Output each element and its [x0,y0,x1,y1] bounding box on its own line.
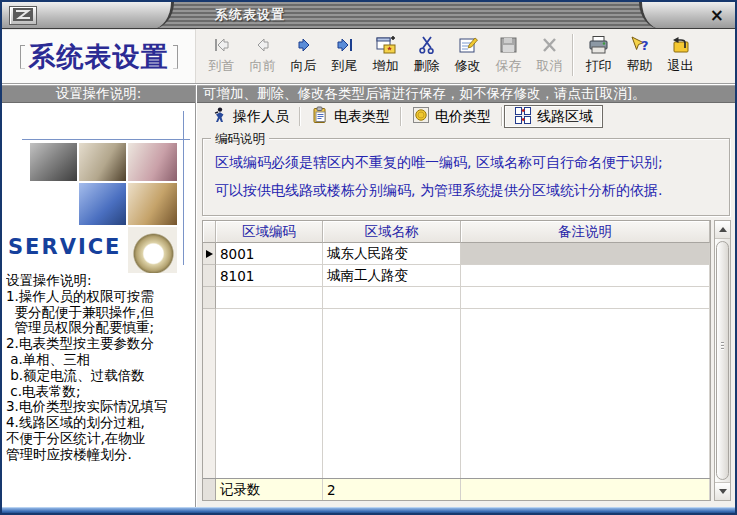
title-bracket-left [20,45,25,69]
toolbar-prev-button[interactable]: 向前 [242,32,283,80]
hint-bar: 可增加、删除、修改各类型后请进行保存，如不保存修改，请点击[取消]。 [197,85,735,103]
grid-header-note[interactable]: 备注说明 [461,221,710,243]
cell-note[interactable] [461,265,710,287]
toolbar-edit-button[interactable]: 修改 [447,32,488,80]
person-icon [210,106,228,127]
toolbar-first-button[interactable]: 到首 [201,32,242,80]
toolbar-add-button[interactable]: 增加 [365,32,406,80]
operation-instructions: 设置操作说明: 1.操作人员的权限可按需 要分配便于兼职操作,但 管理员权限分配… [6,273,194,507]
tab-meter-types[interactable]: 电表类型 [302,105,399,128]
table-row[interactable]: 8101 城南工人路变 [203,265,710,287]
grid-header-code[interactable]: 区域编码 [216,221,323,243]
thumb-grip-icon [721,342,724,351]
empty-row [203,287,710,309]
groupbox-line-1: 区域编码必须是辖区内不重复的唯一编码, 区域名称可自行命名便于识别; [215,154,729,172]
cell-note[interactable] [461,243,710,265]
tab-line-areas[interactable]: 线路区域 [504,105,603,128]
photo-keyboard [79,183,126,225]
title-bracket-right [173,45,178,69]
current-row-indicator [206,250,213,258]
cell-code[interactable]: 8001 [216,243,323,265]
toolbar-cancel-button[interactable]: 取消 [529,32,570,80]
row-indicator-cell [203,265,216,287]
scroll-down-button[interactable] [715,482,730,500]
photo-pen [79,143,126,181]
window-menu-button[interactable] [9,6,37,25]
grid-header-name[interactable]: 区域名称 [323,221,461,243]
tab-separator [299,107,301,126]
scrollbar-thumb[interactable] [716,241,729,480]
table-row[interactable]: 8001 城东人民路变 [203,243,710,265]
record-count-value: 2 [323,479,461,500]
toolbar-exit-button[interactable]: 退出 [660,32,701,80]
prev-icon [252,34,274,56]
tab-price-types[interactable]: 电价类型 [403,105,500,128]
svg-text:?: ? [641,38,649,53]
titlebar-right-cap: × [639,2,735,29]
toolbar-separator [572,34,574,76]
scroll-up-button[interactable] [715,221,730,239]
next-icon [293,34,315,56]
collage-guide-line-v [183,111,184,265]
main-area: 设置操作说明: SERVICE 设置操作说明: 1.操作人员的权限可按需 要分配… [2,85,735,507]
toolbar-next-button[interactable]: 向后 [283,32,324,80]
page-title: 系统表设置 [29,39,169,75]
grid-footer-row: 记录数 2 [203,478,710,500]
footer-indicator-cell [203,479,216,500]
tab-bar: 操作人员 电表类型 电价类型 线路区域 [197,103,735,130]
footer-note-cell [461,479,710,500]
toolbar-help-button[interactable]: ? 帮助 [619,32,660,80]
toolbar: 到首 向前 向后 到尾 增加 删除 修改 保存 取消 打印 ? 帮助 退出 [195,29,735,83]
edit-icon [457,34,479,56]
cell-name[interactable]: 城南工人路变 [323,265,461,287]
grid-body: 8001 城东人民路变 8101 城南工人路变 [203,243,710,500]
pages-icon [514,106,532,127]
sidebar-header: 设置操作说明: [2,85,195,103]
content-panel: 可增加、删除、修改各类型后请进行保存，如不保存修改，请点击[取消]。 操作人员 … [197,85,735,507]
grid-filler [203,309,710,478]
app-logo-icon [13,6,33,25]
photo-book [128,183,177,225]
first-icon [211,34,233,56]
exit-icon [670,34,692,56]
grid-area: 区域编码 区域名称 备注说明 8001 城东人民路变 8101 城南工人路变 [202,220,731,501]
cell-code[interactable]: 8101 [216,265,323,287]
tab-separator [501,107,503,126]
help-icon: ? [629,34,651,56]
arrow-up-icon [719,227,727,232]
title-bar[interactable]: 系统表设置 × [2,2,735,29]
row-indicator-cell [203,243,216,265]
photo-stationery [128,143,177,181]
close-button[interactable]: × [710,7,724,24]
app-window: 系统表设置 × 系统表设置 到首 向前 向后 到尾 增加 删除 修改 保存 [0,0,737,515]
sidebar-body: SERVICE 设置操作说明: 1.操作人员的权限可按需 要分配便于兼职操作,但… [2,103,195,507]
window-bottom-edge [2,507,735,513]
header-row: 系统表设置 到首 向前 向后 到尾 增加 删除 修改 保存 取消 打印 ? 帮助… [2,29,735,83]
delete-icon [416,34,438,56]
groupbox-line-2: 可以按供电线路或楼栋分别编码, 为管理系统提供分区域统计分析的依据. [215,182,729,200]
service-text: SERVICE [8,235,121,259]
print-icon [588,34,610,56]
clipboard-icon [311,106,329,127]
grid-indicator-header [203,221,216,243]
data-grid: 区域编码 区域名称 备注说明 8001 城东人民路变 8101 城南工人路变 [202,220,711,501]
toolbar-last-button[interactable]: 到尾 [324,32,365,80]
vertical-scrollbar[interactable] [714,220,731,501]
add-icon [375,34,397,56]
toolbar-delete-button[interactable]: 删除 [406,32,447,80]
groupbox-title: 编码说明 [211,131,269,148]
header-title-area: 系统表设置 [2,29,195,83]
coding-groupbox: 编码说明 区域编码必须是辖区内不重复的唯一编码, 区域名称可自行命名便于识别; … [202,138,730,216]
toolbar-save-button[interactable]: 保存 [488,32,529,80]
grid-header-row: 区域编码 区域名称 备注说明 [203,221,710,243]
collage-guide-line-h [22,139,190,140]
window-title: 系统表设置 [215,2,285,29]
save-icon [498,34,520,56]
photo-handset [30,143,77,181]
last-icon [334,34,356,56]
cancel-icon [539,34,561,56]
tab-operators[interactable]: 操作人员 [201,105,298,128]
toolbar-print-button[interactable]: 打印 [578,32,619,80]
cell-name[interactable]: 城东人民路变 [323,243,461,265]
tab-separator [400,107,402,126]
